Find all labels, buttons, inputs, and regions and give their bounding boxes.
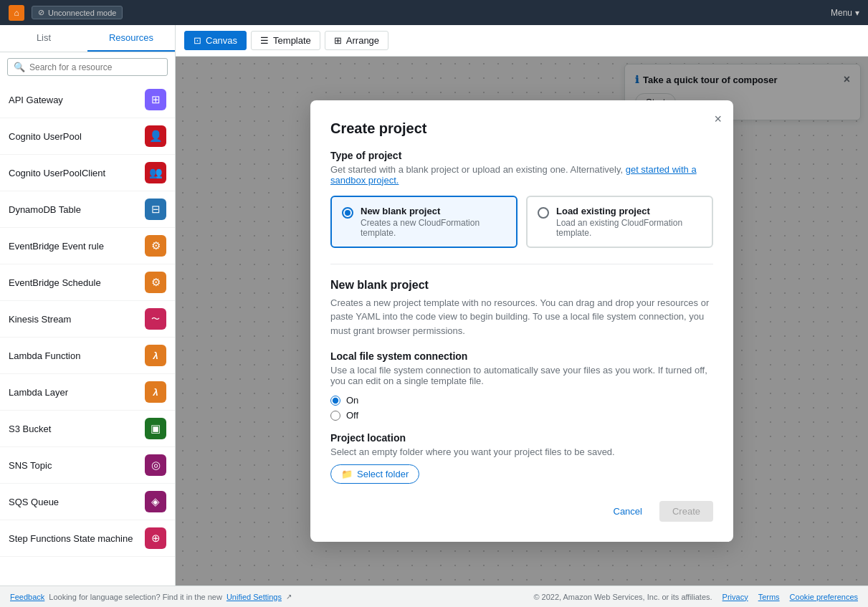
eventbridge-schedule-icon: ⚙: [145, 272, 166, 293]
canvas-body: ℹ Take a quick tour of composer × Start …: [176, 57, 868, 586]
list-item[interactable]: EventBridge Event rule ⚙: [0, 228, 175, 264]
footer-left: Feedback Looking for language selection?…: [10, 593, 292, 601]
create-button[interactable]: Create: [659, 501, 713, 522]
unconnected-badge: ⊘ Unconnected mode: [32, 6, 123, 19]
cookie-link[interactable]: Cookie preferences: [790, 593, 858, 601]
s3-icon: ▣: [145, 418, 166, 439]
resource-label: Lambda Function: [9, 350, 80, 361]
resource-label: EventBridge Schedule: [9, 277, 101, 288]
list-item[interactable]: API Gateway ⊞: [0, 82, 175, 118]
project-location-desc: Select an empty folder where you want yo…: [330, 446, 713, 457]
load-existing-option[interactable]: Load existing project Load an existing C…: [526, 196, 713, 248]
list-item[interactable]: Cognito UserPoolClient 👥: [0, 155, 175, 191]
new-blank-radio[interactable]: [342, 207, 353, 219]
cognito-userpool-icon: 👤: [145, 125, 166, 147]
copyright-text: © 2022, Amazon Web Services, Inc. or its…: [533, 593, 712, 601]
off-radio-row: Off: [330, 410, 713, 421]
resource-label: Kinesis Stream: [9, 314, 71, 325]
on-label: On: [346, 395, 358, 406]
cognito-userpoolclient-icon: 👥: [145, 162, 166, 183]
list-item[interactable]: Step Functions State machine ⊕: [0, 520, 175, 557]
modal-footer: Cancel Create: [330, 501, 713, 522]
list-item[interactable]: DynamoDB Table ⊟: [0, 191, 175, 228]
select-folder-button[interactable]: 📁 Select folder: [330, 464, 419, 484]
resource-label: Step Functions State machine: [9, 533, 133, 544]
list-item[interactable]: Lambda Function λ: [0, 338, 175, 374]
new-blank-section: New blank project Creates a new project …: [330, 264, 713, 484]
load-existing-radio[interactable]: [538, 207, 549, 219]
menu-label: Menu: [831, 8, 852, 18]
resource-label: Lambda Layer: [9, 387, 68, 398]
terms-link[interactable]: Terms: [758, 593, 780, 601]
arrange-icon: ⊞: [334, 35, 342, 46]
type-of-project-label: Type of project: [330, 150, 713, 161]
off-radio[interactable]: [330, 411, 340, 421]
new-blank-option-title: New blank project: [361, 206, 506, 216]
folder-icon: 📁: [341, 469, 353, 479]
canvas-label: Canvas: [206, 35, 237, 46]
chevron-down-icon: ▾: [855, 8, 859, 18]
load-existing-option-desc: Load an existing CloudFormation template…: [556, 218, 702, 238]
fs-connection-label: Local file system connection: [330, 350, 713, 362]
resource-label: S3 Bucket: [9, 424, 51, 434]
resource-label: SQS Queue: [9, 497, 59, 507]
project-location-label: Project location: [330, 432, 713, 444]
unconnected-label: Unconnected mode: [48, 9, 116, 17]
footer: Feedback Looking for language selection?…: [0, 586, 868, 607]
list-item[interactable]: Kinesis Stream 〜: [0, 301, 175, 338]
sidebar-tabs: List Resources: [0, 25, 175, 52]
language-text: Looking for language selection? Find it …: [49, 593, 222, 601]
list-item[interactable]: EventBridge Schedule ⚙: [0, 264, 175, 301]
new-blank-option[interactable]: New blank project Creates a new CloudFor…: [330, 196, 518, 248]
resource-list: API Gateway ⊞ Cognito UserPool 👤 Cognito…: [0, 82, 175, 586]
search-box: 🔍: [0, 52, 175, 82]
arrange-button[interactable]: ⊞ Arrange: [325, 31, 388, 50]
resource-label: Cognito UserPoolClient: [9, 168, 105, 178]
arrange-label: Arrange: [346, 35, 379, 46]
load-existing-option-title: Load existing project: [556, 206, 702, 216]
new-blank-section-desc: Creates a new project template with no r…: [330, 296, 713, 338]
sns-icon: ◎: [145, 454, 166, 476]
select-folder-label: Select folder: [357, 469, 409, 479]
lambda-layer-icon: λ: [145, 381, 166, 403]
resource-label: API Gateway: [9, 95, 63, 105]
tab-list[interactable]: List: [0, 25, 87, 52]
resource-label: DynamoDB Table: [9, 204, 81, 215]
template-icon: ☰: [260, 35, 269, 46]
tab-resources[interactable]: Resources: [87, 25, 175, 52]
on-radio[interactable]: [330, 396, 340, 406]
list-item[interactable]: Cognito UserPool 👤: [0, 118, 175, 155]
sqs-icon: ◈: [145, 491, 166, 512]
create-project-modal: Create project × Type of project Get sta…: [310, 100, 733, 543]
kinesis-icon: 〜: [145, 308, 166, 330]
lambda-function-icon: λ: [145, 345, 166, 366]
footer-right: © 2022, Amazon Web Services, Inc. or its…: [533, 593, 858, 601]
off-label: Off: [346, 410, 358, 421]
search-input[interactable]: [29, 62, 161, 72]
unified-settings-link[interactable]: Unified Settings: [226, 593, 282, 601]
new-blank-option-desc: Creates a new CloudFormation template.: [361, 218, 506, 238]
search-icon: 🔍: [14, 62, 25, 72]
modal-overlay: Create project × Type of project Get sta…: [176, 57, 868, 586]
home-icon[interactable]: ⌂: [9, 5, 24, 21]
modal-close-button[interactable]: ×: [714, 112, 722, 127]
list-item[interactable]: Lambda Layer λ: [0, 374, 175, 411]
modal-title: Create project: [330, 120, 713, 137]
menu-button[interactable]: Menu ▾: [831, 8, 859, 18]
privacy-link[interactable]: Privacy: [722, 593, 748, 601]
list-item[interactable]: SQS Queue ◈: [0, 484, 175, 520]
canvas-button[interactable]: ⊡ Canvas: [184, 31, 247, 50]
resource-label: SNS Topic: [9, 460, 52, 471]
list-item[interactable]: SNS Topic ◎: [0, 447, 175, 484]
topbar: ⌂ ⊘ Unconnected mode Menu ▾: [0, 0, 868, 25]
canvas-icon: ⊡: [194, 35, 201, 46]
canvas-toolbar: ⊡ Canvas ☰ Template ⊞ Arrange: [176, 25, 868, 57]
list-item[interactable]: S3 Bucket ▣: [0, 411, 175, 447]
feedback-link[interactable]: Feedback: [10, 593, 44, 601]
search-input-wrap: 🔍: [7, 58, 168, 76]
template-label: Template: [273, 35, 311, 46]
cancel-button[interactable]: Cancel: [604, 501, 652, 522]
main-layout: List Resources 🔍 API Gateway ⊞ Cognito U…: [0, 25, 868, 586]
stepfunctions-icon: ⊕: [145, 527, 166, 549]
template-button[interactable]: ☰ Template: [251, 31, 320, 50]
